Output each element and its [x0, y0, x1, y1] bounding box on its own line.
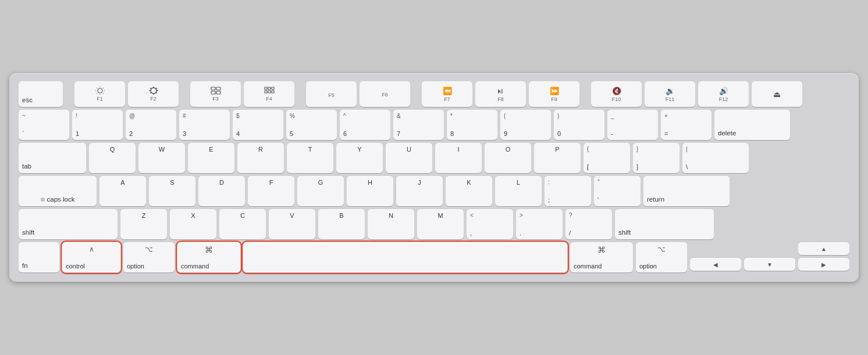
key-v[interactable]: V [269, 209, 315, 239]
key-l[interactable]: L [495, 176, 542, 206]
key-fn[interactable]: fn [19, 242, 59, 272]
key-f2[interactable]: F2 [128, 81, 179, 107]
key-minus[interactable]: _ - [607, 110, 658, 140]
key-p[interactable]: P [534, 143, 581, 173]
svg-rect-25 [265, 91, 267, 93]
key-f5[interactable]: F5 [306, 81, 357, 107]
key-t[interactable]: T [287, 143, 333, 173]
p-label: P [555, 146, 559, 153]
f12-icon: 🔊 F12 [702, 84, 745, 104]
key-w[interactable]: W [138, 143, 185, 173]
key-f7[interactable]: ⏪ F7 [422, 81, 472, 107]
key-f1[interactable]: F1 [74, 81, 125, 107]
key-o[interactable]: O [485, 143, 531, 173]
key-arrow-down[interactable]: ▼ [744, 258, 795, 271]
q-label: Q [110, 146, 115, 153]
key-z[interactable]: Z [120, 209, 167, 239]
key-semicolon[interactable]: : ; [545, 176, 591, 206]
key-e[interactable]: E [188, 143, 234, 173]
svg-line-5 [97, 88, 97, 88]
key-tilde[interactable]: ~ ` [19, 110, 69, 140]
key-eject[interactable]: ⏏ [752, 81, 802, 107]
key-8[interactable]: * 8 [447, 110, 497, 140]
key-j[interactable]: J [396, 176, 443, 206]
key-u[interactable]: U [386, 143, 432, 173]
key-1[interactable]: ! 1 [72, 110, 123, 140]
key-delete[interactable]: delete [714, 110, 790, 140]
key-arrow-up[interactable]: ▲ [798, 242, 849, 255]
delete-label: delete [718, 130, 736, 137]
key-9[interactable]: ( 9 [500, 110, 551, 140]
key-g[interactable]: G [297, 176, 344, 206]
key-r[interactable]: R [237, 143, 284, 173]
key-shift-right[interactable]: shift [615, 209, 714, 239]
k2-top: @ [129, 113, 135, 119]
key-command-right[interactable]: ⌘ command [570, 242, 633, 272]
key-b[interactable]: B [318, 209, 365, 239]
key-return[interactable]: return [643, 176, 730, 206]
key-d[interactable]: D [198, 176, 245, 206]
asdf-row: caps lock A S D F G H J K L : [19, 176, 849, 206]
n-label: N [389, 212, 393, 219]
key-f[interactable]: F [248, 176, 294, 206]
key-space[interactable] [243, 242, 567, 272]
key-equals[interactable]: + = [661, 110, 712, 140]
key-command-left[interactable]: ⌘ command [177, 242, 240, 272]
key-7[interactable]: & 7 [393, 110, 444, 140]
key-control[interactable]: ∧ control [62, 242, 120, 272]
key-f9[interactable]: ⏩ F9 [529, 81, 579, 107]
key-x[interactable]: X [170, 209, 216, 239]
f4-icon: F4 [247, 84, 291, 104]
key-quote[interactable]: " ' [594, 176, 641, 206]
key-option-left[interactable]: ⌥ option [123, 242, 175, 272]
key-f8[interactable]: ⏯ F8 [475, 81, 526, 107]
key-esc[interactable]: esc [19, 81, 63, 107]
key-s[interactable]: S [149, 176, 195, 206]
key-lbracket[interactable]: { [ [584, 143, 630, 173]
svg-rect-24 [272, 87, 274, 89]
lbracket-bottom: [ [587, 163, 589, 170]
key-rbracket[interactable]: } ] [633, 143, 680, 173]
key-tab[interactable]: tab [19, 143, 86, 173]
key-3[interactable]: # 3 [179, 110, 230, 140]
key-f4[interactable]: F4 [244, 81, 294, 107]
key-h[interactable]: H [347, 176, 393, 206]
key-f11[interactable]: 🔉 F11 [645, 81, 695, 107]
pipe-top: | [686, 146, 688, 152]
key-arrow-right[interactable]: ▶ [798, 258, 849, 271]
key-f3[interactable]: F3 [190, 81, 241, 107]
f1-label: F1 [97, 96, 103, 102]
svg-line-16 [150, 92, 151, 93]
key-comma[interactable]: < , [467, 209, 513, 239]
key-capslock[interactable]: caps lock [19, 176, 97, 206]
key-k[interactable]: K [446, 176, 492, 206]
key-5[interactable]: % 5 [286, 110, 337, 140]
key-period[interactable]: > . [516, 209, 563, 239]
key-m[interactable]: M [417, 209, 464, 239]
f-label: F [269, 179, 273, 186]
key-option-right[interactable]: ⌥ option [636, 242, 687, 272]
key-0[interactable]: ) 0 [554, 110, 604, 140]
key-a[interactable]: A [99, 176, 146, 206]
svg-line-17 [156, 92, 156, 93]
key-i[interactable]: I [435, 143, 482, 173]
arrow-down-icon: ▼ [767, 261, 773, 268]
key-2[interactable]: @ 2 [126, 110, 176, 140]
key-backslash[interactable]: | \ [682, 143, 749, 173]
slash-bottom: / [569, 230, 571, 236]
key-q[interactable]: Q [89, 143, 136, 173]
key-6[interactable]: ^ 6 [340, 110, 390, 140]
key-f6[interactable]: F6 [360, 81, 410, 107]
key-shift-left[interactable]: shift [19, 209, 118, 239]
key-f12[interactable]: 🔊 F12 [698, 81, 749, 107]
key-c[interactable]: C [219, 209, 266, 239]
capslock-led [41, 198, 45, 202]
f2-label: F2 [150, 96, 156, 102]
key-arrow-left[interactable]: ◀ [690, 258, 741, 271]
key-f10[interactable]: 🔇 F10 [591, 81, 642, 107]
key-4[interactable]: $ 4 [233, 110, 283, 140]
return-label: return [647, 196, 664, 203]
key-n[interactable]: N [368, 209, 414, 239]
key-y[interactable]: Y [336, 143, 383, 173]
key-slash[interactable]: ? / [565, 209, 612, 239]
